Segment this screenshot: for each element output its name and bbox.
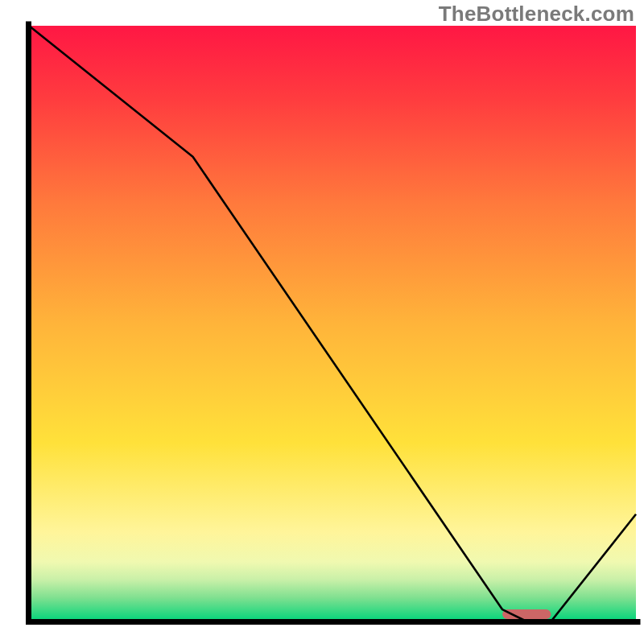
plot-background <box>29 26 636 621</box>
optimum-marker <box>502 609 551 619</box>
watermark-label: TheBottleneck.com <box>439 2 634 27</box>
bottleneck-chart <box>0 0 644 644</box>
chart-container: TheBottleneck.com <box>0 0 644 644</box>
